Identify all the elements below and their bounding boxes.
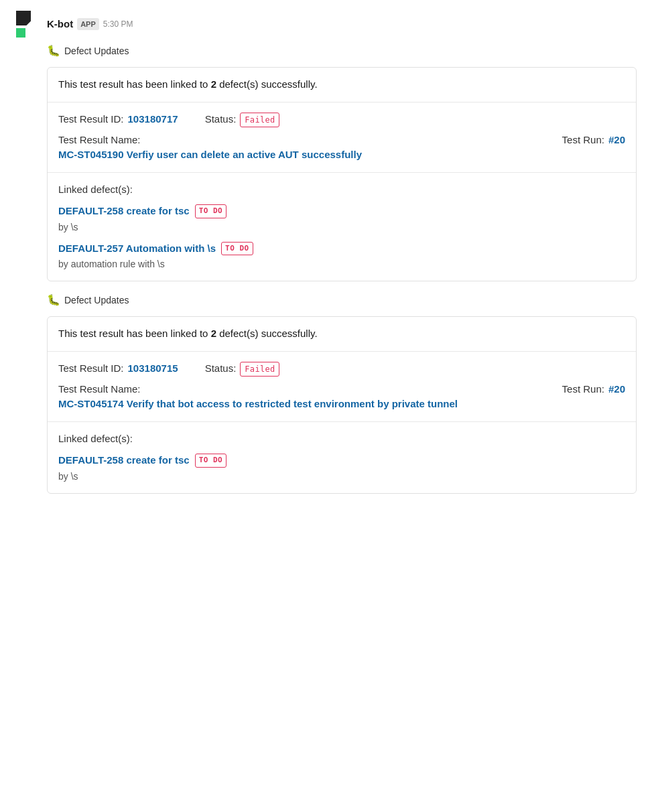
timestamp: 5:30 PM bbox=[103, 18, 133, 30]
defect-item-2-1: DEFAULT-258 create for tsc TO DO by \s bbox=[58, 453, 625, 484]
intro-count-1: 2 bbox=[211, 78, 216, 90]
test-name-value-1[interactable]: MC-ST045190 Verfiy user can delete an ac… bbox=[58, 147, 535, 163]
test-run-label-2: Test Run: bbox=[562, 382, 604, 397]
status-group-1: Status: Failed bbox=[205, 112, 280, 127]
defect-item-1-2: DEFAULT-257 Automation with \s TO DO by … bbox=[58, 241, 625, 272]
test-result-section-2: Test Result ID: 103180715 Status: Failed… bbox=[48, 352, 636, 422]
test-name-label-2: Test Result Name: bbox=[58, 383, 141, 395]
test-name-block-1: Test Result Name: MC-ST045190 Verfiy use… bbox=[58, 133, 535, 163]
defect-updates-header-1: 🐛 Defect Updates bbox=[47, 43, 637, 59]
defect-line-1-1: DEFAULT-258 create for tsc TO DO bbox=[58, 204, 625, 219]
message-container: K-bot APP 5:30 PM 🐛 Defect Updates This … bbox=[0, 0, 650, 494]
test-result-row-1: Test Result ID: 103180717 Status: Failed bbox=[58, 112, 625, 127]
defect-by-2-1: by \s bbox=[58, 470, 625, 484]
header-text: K-bot APP 5:30 PM bbox=[47, 17, 133, 32]
linked-defects-label-1: Linked defect(s): bbox=[58, 182, 625, 198]
intro-count-2: 2 bbox=[211, 328, 216, 339]
avatar-bottom bbox=[16, 28, 25, 38]
todo-badge-1-2: TO DO bbox=[221, 242, 253, 256]
bug-icon-2: 🐛 bbox=[47, 292, 60, 308]
todo-badge-2-1: TO DO bbox=[195, 454, 227, 468]
test-run-value-2[interactable]: #20 bbox=[608, 382, 625, 397]
defect-by-1-2: by automation rule with \s bbox=[58, 257, 625, 271]
test-id-label-2: Test Result ID: bbox=[58, 361, 124, 377]
test-run-group-1: Test Run: #20 bbox=[562, 133, 625, 148]
test-name-row-1: Test Result Name: MC-ST045190 Verfiy use… bbox=[58, 133, 625, 163]
card-intro-2: This test result has been linked to 2 de… bbox=[48, 317, 636, 352]
status-group-2: Status: Failed bbox=[205, 361, 280, 377]
defect-by-1-1: by \s bbox=[58, 220, 625, 234]
defect-link-1-1[interactable]: DEFAULT-258 create for tsc bbox=[58, 204, 190, 219]
test-run-group-2: Test Run: #20 bbox=[562, 382, 625, 397]
linked-defects-section-2: Linked defect(s): DEFAULT-258 create for… bbox=[48, 422, 636, 493]
defect-item-1-1: DEFAULT-258 create for tsc TO DO by \s bbox=[58, 204, 625, 234]
avatar-top bbox=[16, 11, 31, 25]
defect-updates-label-1: Defect Updates bbox=[64, 44, 129, 58]
defect-updates-header-2: 🐛 Defect Updates bbox=[47, 292, 637, 308]
intro-text-1: This test result has been linked to bbox=[58, 78, 211, 90]
test-id-value-2[interactable]: 103180715 bbox=[128, 361, 178, 377]
app-badge: APP bbox=[77, 18, 99, 31]
test-id-group-1: Test Result ID: 103180717 bbox=[58, 112, 178, 127]
status-label-1: Status: bbox=[205, 112, 237, 127]
message-body: 🐛 Defect Updates This test result has be… bbox=[47, 43, 637, 494]
defect-line-2-1: DEFAULT-258 create for tsc TO DO bbox=[58, 453, 625, 468]
bot-name: K-bot bbox=[47, 17, 73, 32]
defect-link-1-2[interactable]: DEFAULT-257 Automation with \s bbox=[58, 241, 216, 257]
test-id-group-2: Test Result ID: 103180715 bbox=[58, 361, 178, 377]
test-name-block-2: Test Result Name: MC-ST045174 Verify tha… bbox=[58, 382, 535, 412]
test-id-label-1: Test Result ID: bbox=[58, 112, 124, 127]
intro-suffix-2: defect(s) successfully. bbox=[216, 328, 318, 339]
test-run-label-1: Test Run: bbox=[562, 133, 604, 148]
todo-badge-1-1: TO DO bbox=[195, 204, 227, 218]
test-run-value-1[interactable]: #20 bbox=[608, 133, 625, 148]
status-label-2: Status: bbox=[205, 361, 237, 377]
card-1: This test result has been linked to 2 de… bbox=[47, 67, 637, 281]
test-result-section-1: Test Result ID: 103180717 Status: Failed… bbox=[48, 103, 636, 173]
test-name-value-2[interactable]: MC-ST045174 Verify that bot access to re… bbox=[58, 397, 535, 412]
status-badge-2: Failed bbox=[240, 362, 279, 377]
avatar bbox=[13, 11, 40, 38]
message-header: K-bot APP 5:30 PM bbox=[13, 11, 637, 38]
status-badge-1: Failed bbox=[240, 113, 279, 127]
intro-suffix-1: defect(s) successfully. bbox=[216, 78, 318, 90]
bug-icon-1: 🐛 bbox=[47, 43, 60, 59]
card-intro-1: This test result has been linked to 2 de… bbox=[48, 68, 636, 103]
test-name-label-1: Test Result Name: bbox=[58, 134, 141, 145]
defect-link-2-1[interactable]: DEFAULT-258 create for tsc bbox=[58, 453, 190, 468]
defect-updates-label-2: Defect Updates bbox=[64, 293, 129, 308]
test-result-row-2: Test Result ID: 103180715 Status: Failed bbox=[58, 361, 625, 377]
card-2: This test result has been linked to 2 de… bbox=[47, 316, 637, 494]
test-id-value-1[interactable]: 103180717 bbox=[128, 112, 178, 127]
intro-text-2: This test result has been linked to bbox=[58, 328, 211, 339]
linked-defects-label-2: Linked defect(s): bbox=[58, 431, 625, 447]
test-name-row-2: Test Result Name: MC-ST045174 Verify tha… bbox=[58, 382, 625, 412]
defect-line-1-2: DEFAULT-257 Automation with \s TO DO bbox=[58, 241, 625, 257]
linked-defects-section-1: Linked defect(s): DEFAULT-258 create for… bbox=[48, 173, 636, 281]
